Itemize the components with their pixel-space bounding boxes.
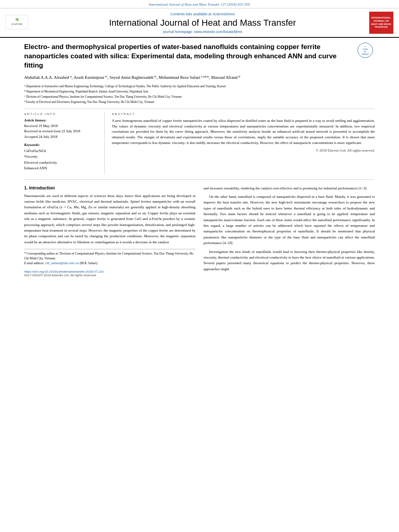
- keyword-4: Enhanced ANN: [24, 165, 99, 171]
- body-right-col: and increases reusability, rendering the…: [204, 185, 375, 277]
- article-section: Electro- and thermophysical properties o…: [0, 38, 399, 175]
- right-para-2: On the other hand, nanofluid is composed…: [204, 194, 375, 246]
- copyright: © 2018 Elsevier Ltd. All rights reserved…: [112, 148, 375, 152]
- keyword-3: Electrical conductivity: [24, 160, 99, 165]
- affiliations: ᵃ Department of Automotive and Marine En…: [24, 84, 375, 105]
- right-body-text: and increases reusability, rendering the…: [204, 185, 375, 272]
- journal-logo-box: INTERNATIONALJOURNAL OFHEAT AND MASSTRAN…: [369, 12, 393, 34]
- sciencedirect-line: Contents lists available at ScienceDirec…: [37, 12, 368, 16]
- abstract-text: A new homogeneous nanofluid of copper fe…: [112, 118, 375, 146]
- body-two-col: 1. Introduction Nanomaterials are used i…: [24, 185, 375, 277]
- footnote-corresponding: * Corresponding author at: Division of C…: [24, 251, 195, 261]
- footnote-email-line: E-mail address: cfd_safaei@tdtu.edu.vn (…: [24, 261, 195, 266]
- keywords-section: Keywords: CuFe₂O₄/SiO₂ Viscosity Electri…: [24, 143, 99, 171]
- footnote-email-label: E-mail address:: [24, 261, 44, 265]
- affiliation-d: ᵈ Faculty of Electrical and Electronics …: [24, 100, 375, 105]
- footer-doi-area: https://doi.org/10.1016/j.ijheatmasstran…: [24, 269, 195, 277]
- affiliation-b: ᵇ Department of Mechanical Engineering, …: [24, 89, 375, 94]
- body-left-col: 1. Introduction Nanomaterials are used i…: [24, 185, 195, 277]
- page: International Journal of Heat and Mass T…: [0, 0, 399, 532]
- elsevier-tree-icon: 🌿 ELSEVIER: [5, 14, 29, 30]
- keyword-2: Viscosity: [24, 154, 99, 159]
- intro-para-1: Nanomaterials are used in different aspe…: [24, 193, 195, 245]
- logo-text: INTERNATIONALJOURNAL OFHEAT AND MASSTRAN…: [371, 16, 391, 29]
- journal-logo-right: INTERNATIONALJOURNAL OFHEAT AND MASSTRAN…: [368, 12, 394, 34]
- svg-rect-0: [6, 15, 28, 29]
- svg-text:🌿: 🌿: [15, 18, 19, 21]
- sciencedirect-link-text: ScienceDirect: [212, 12, 235, 16]
- accepted-date: Accepted 24 July 2018: [24, 134, 99, 140]
- check-updates-circle: ✓checkforupdates: [358, 43, 373, 58]
- article-info-abstract-row: ARTICLE INFO Article history: Received 1…: [24, 112, 375, 175]
- top-citation-text: International Journal of Heat and Mass T…: [149, 2, 250, 6]
- svg-text:ELSEVIER: ELSEVIER: [11, 23, 23, 25]
- elsevier-logo: 🌿 ELSEVIER: [5, 14, 37, 31]
- article-title-row: Electro- and thermophysical properties o…: [24, 43, 375, 70]
- journal-title: International Journal of Heat and Mass T…: [37, 18, 368, 28]
- body-section: 1. Introduction Nanomaterials are used i…: [0, 180, 399, 277]
- journal-header: 🌿 ELSEVIER Contents lists available at S…: [0, 8, 399, 38]
- received-date: Received 19 May 2018: [24, 123, 99, 129]
- article-history-section: Article history: Received 19 May 2018 Re…: [24, 118, 99, 140]
- check-updates-icon-text: ✓checkforupdates: [362, 45, 369, 55]
- top-citation-bar: International Journal of Heat and Mass T…: [0, 0, 399, 8]
- journal-homepage: journal homepage: www.elsevier.com/locat…: [37, 30, 368, 34]
- journal-center: Contents lists available at ScienceDirec…: [37, 12, 368, 34]
- right-para-3: Investigation the new kinds of nanofluid…: [204, 249, 375, 272]
- abstract-label: ABSTRACT: [112, 112, 375, 116]
- right-para-1: and increases reusability, rendering the…: [204, 185, 375, 191]
- check-updates-badge: ✓checkforupdates: [356, 43, 375, 58]
- abstract-col: ABSTRACT A new homogeneous nanofluid of …: [112, 112, 375, 175]
- footnote-area: * Corresponding author at: Division of C…: [24, 249, 195, 266]
- affiliation-c: ᶜ Division of Computational Physics, Ins…: [24, 94, 375, 99]
- divider-after-affiliations: [24, 109, 375, 109]
- article-title: Electro- and thermophysical properties o…: [24, 43, 350, 70]
- received-revised-date: Received in revised form 22 July 2018: [24, 129, 99, 134]
- article-history-heading: Article history:: [24, 118, 99, 122]
- footnote-email-link[interactable]: cfd_safaei@tdtu.edu.vn: [45, 261, 79, 265]
- keyword-1: CuFe₂O₄/SiO₂: [24, 148, 99, 154]
- affiliation-a: ᵃ Department of Automotive and Marine En…: [24, 84, 375, 89]
- introduction-heading: 1. Introduction: [24, 185, 195, 190]
- article-info-label: ARTICLE INFO: [24, 112, 99, 116]
- intro-body-text: Nanomaterials are used in different aspe…: [24, 193, 195, 245]
- footer-issn: 0017-9310/© 2018 Elsevier Ltd. All right…: [24, 273, 195, 277]
- authors: Abdullah A.A.A. Alrashed ᵃ, Arash Karimi…: [24, 74, 375, 81]
- keywords-heading: Keywords:: [24, 143, 99, 147]
- doi-link[interactable]: https://doi.org/10.1016/j.ijheatmasstran…: [24, 270, 103, 273]
- article-info-col: ARTICLE INFO Article history: Received 1…: [24, 112, 105, 175]
- footnote-email-suffix: (M.R. Safaei).: [80, 261, 98, 265]
